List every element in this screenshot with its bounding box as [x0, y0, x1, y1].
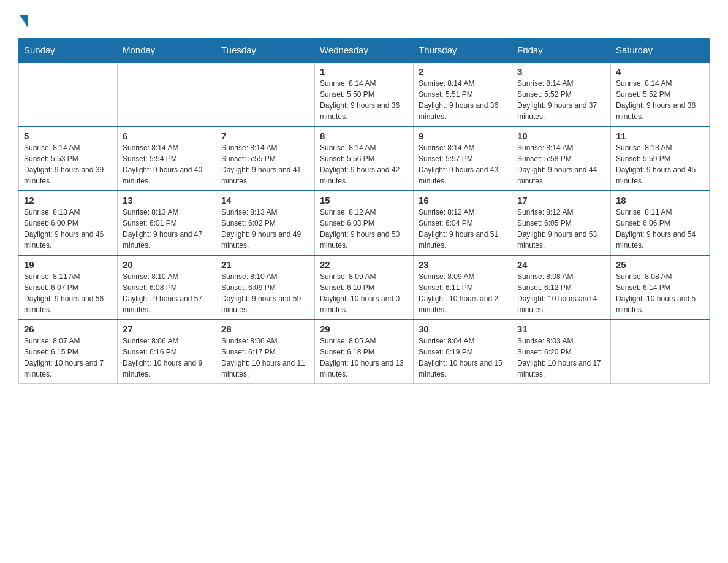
day-number: 6 — [123, 131, 211, 141]
day-info: Sunrise: 8:13 AM Sunset: 6:00 PM Dayligh… — [24, 207, 112, 251]
day-info: Sunrise: 8:10 AM Sunset: 6:08 PM Dayligh… — [123, 271, 211, 315]
table-row: 29Sunrise: 8:05 AM Sunset: 6:18 PM Dayli… — [315, 320, 414, 384]
day-info: Sunrise: 8:10 AM Sunset: 6:09 PM Dayligh… — [221, 271, 309, 315]
table-row: 6Sunrise: 8:14 AM Sunset: 5:54 PM Daylig… — [118, 126, 216, 191]
day-number: 25 — [616, 259, 704, 270]
logo-triangle-icon — [20, 15, 28, 28]
table-row: 9Sunrise: 8:14 AM Sunset: 5:57 PM Daylig… — [414, 126, 512, 191]
table-row — [611, 320, 710, 384]
day-info: Sunrise: 8:09 AM Sunset: 6:11 PM Dayligh… — [419, 271, 507, 315]
table-row — [118, 62, 216, 126]
day-info: Sunrise: 8:09 AM Sunset: 6:10 PM Dayligh… — [320, 271, 408, 315]
table-row — [19, 62, 118, 126]
table-row: 8Sunrise: 8:14 AM Sunset: 5:56 PM Daylig… — [315, 126, 414, 191]
table-row: 4Sunrise: 8:14 AM Sunset: 5:52 PM Daylig… — [611, 62, 710, 126]
table-row: 20Sunrise: 8:10 AM Sunset: 6:08 PM Dayli… — [118, 255, 216, 320]
day-number: 15 — [320, 195, 408, 205]
table-row: 3Sunrise: 8:14 AM Sunset: 5:52 PM Daylig… — [512, 62, 611, 126]
table-row: 28Sunrise: 8:06 AM Sunset: 6:17 PM Dayli… — [216, 320, 315, 384]
day-number: 8 — [320, 131, 408, 141]
day-number: 13 — [123, 195, 211, 205]
table-row: 1Sunrise: 8:14 AM Sunset: 5:50 PM Daylig… — [315, 62, 414, 126]
table-row — [216, 62, 315, 126]
day-number: 4 — [616, 66, 704, 77]
day-number: 12 — [24, 195, 112, 205]
day-info: Sunrise: 8:14 AM Sunset: 5:53 PM Dayligh… — [24, 142, 112, 186]
day-info: Sunrise: 8:14 AM Sunset: 5:54 PM Dayligh… — [123, 142, 211, 186]
col-monday: Monday — [118, 39, 216, 63]
table-row: 23Sunrise: 8:09 AM Sunset: 6:11 PM Dayli… — [414, 255, 512, 320]
table-row: 16Sunrise: 8:12 AM Sunset: 6:04 PM Dayli… — [414, 191, 512, 255]
day-number: 16 — [419, 195, 507, 205]
day-number: 2 — [419, 66, 507, 77]
day-info: Sunrise: 8:04 AM Sunset: 6:19 PM Dayligh… — [419, 335, 507, 380]
table-row: 13Sunrise: 8:13 AM Sunset: 6:01 PM Dayli… — [118, 191, 216, 255]
day-number: 19 — [24, 259, 112, 270]
calendar-header-row: Sunday Monday Tuesday Wednesday Thursday… — [19, 39, 710, 63]
day-info: Sunrise: 8:14 AM Sunset: 5:51 PM Dayligh… — [419, 78, 507, 122]
day-info: Sunrise: 8:07 AM Sunset: 6:15 PM Dayligh… — [24, 335, 112, 380]
calendar-table: Sunday Monday Tuesday Wednesday Thursday… — [18, 38, 710, 384]
table-row: 25Sunrise: 8:08 AM Sunset: 6:14 PM Dayli… — [611, 255, 710, 320]
table-row: 19Sunrise: 8:11 AM Sunset: 6:07 PM Dayli… — [19, 255, 118, 320]
day-info: Sunrise: 8:08 AM Sunset: 6:12 PM Dayligh… — [517, 271, 605, 315]
table-row: 26Sunrise: 8:07 AM Sunset: 6:15 PM Dayli… — [19, 320, 118, 384]
day-number: 28 — [221, 324, 309, 334]
day-number: 27 — [123, 324, 211, 334]
day-number: 22 — [320, 259, 408, 270]
day-info: Sunrise: 8:12 AM Sunset: 6:03 PM Dayligh… — [320, 207, 408, 251]
day-info: Sunrise: 8:12 AM Sunset: 6:05 PM Dayligh… — [517, 207, 605, 251]
day-number: 23 — [419, 259, 507, 270]
table-row: 27Sunrise: 8:06 AM Sunset: 6:16 PM Dayli… — [118, 320, 216, 384]
col-sunday: Sunday — [19, 39, 118, 63]
day-info: Sunrise: 8:06 AM Sunset: 6:17 PM Dayligh… — [221, 335, 309, 380]
day-number: 14 — [221, 195, 309, 205]
day-number: 17 — [517, 195, 605, 205]
table-row: 7Sunrise: 8:14 AM Sunset: 5:55 PM Daylig… — [216, 126, 315, 191]
day-number: 24 — [517, 259, 605, 270]
day-number: 26 — [24, 324, 112, 334]
day-number: 18 — [616, 195, 704, 205]
day-info: Sunrise: 8:13 AM Sunset: 6:01 PM Dayligh… — [123, 207, 211, 251]
day-info: Sunrise: 8:03 AM Sunset: 6:20 PM Dayligh… — [517, 335, 605, 380]
day-number: 7 — [221, 131, 309, 141]
table-row: 30Sunrise: 8:04 AM Sunset: 6:19 PM Dayli… — [414, 320, 512, 384]
col-tuesday: Tuesday — [216, 39, 315, 63]
day-info: Sunrise: 8:14 AM Sunset: 5:58 PM Dayligh… — [517, 142, 605, 186]
day-info: Sunrise: 8:14 AM Sunset: 5:50 PM Dayligh… — [320, 78, 408, 122]
day-number: 11 — [616, 131, 704, 141]
table-row: 14Sunrise: 8:13 AM Sunset: 6:02 PM Dayli… — [216, 191, 315, 255]
col-wednesday: Wednesday — [315, 39, 414, 63]
calendar-week-row: 1Sunrise: 8:14 AM Sunset: 5:50 PM Daylig… — [19, 62, 710, 126]
table-row: 31Sunrise: 8:03 AM Sunset: 6:20 PM Dayli… — [512, 320, 611, 384]
day-info: Sunrise: 8:05 AM Sunset: 6:18 PM Dayligh… — [320, 335, 408, 380]
day-number: 3 — [517, 66, 605, 77]
table-row: 5Sunrise: 8:14 AM Sunset: 5:53 PM Daylig… — [19, 126, 118, 191]
day-number: 30 — [419, 324, 507, 334]
calendar-week-row: 5Sunrise: 8:14 AM Sunset: 5:53 PM Daylig… — [19, 126, 710, 191]
table-row: 24Sunrise: 8:08 AM Sunset: 6:12 PM Dayli… — [512, 255, 611, 320]
day-info: Sunrise: 8:13 AM Sunset: 6:02 PM Dayligh… — [221, 207, 309, 251]
calendar-week-row: 26Sunrise: 8:07 AM Sunset: 6:15 PM Dayli… — [19, 320, 710, 384]
table-row: 18Sunrise: 8:11 AM Sunset: 6:06 PM Dayli… — [611, 191, 710, 255]
day-info: Sunrise: 8:08 AM Sunset: 6:14 PM Dayligh… — [616, 271, 704, 315]
table-row: 22Sunrise: 8:09 AM Sunset: 6:10 PM Dayli… — [315, 255, 414, 320]
day-info: Sunrise: 8:13 AM Sunset: 5:59 PM Dayligh… — [616, 142, 704, 186]
day-info: Sunrise: 8:06 AM Sunset: 6:16 PM Dayligh… — [123, 335, 211, 380]
day-info: Sunrise: 8:14 AM Sunset: 5:52 PM Dayligh… — [616, 78, 704, 122]
col-friday: Friday — [512, 39, 611, 63]
table-row: 12Sunrise: 8:13 AM Sunset: 6:00 PM Dayli… — [19, 191, 118, 255]
table-row: 17Sunrise: 8:12 AM Sunset: 6:05 PM Dayli… — [512, 191, 611, 255]
calendar-week-row: 12Sunrise: 8:13 AM Sunset: 6:00 PM Dayli… — [19, 191, 710, 255]
day-info: Sunrise: 8:11 AM Sunset: 6:07 PM Dayligh… — [24, 271, 112, 315]
day-info: Sunrise: 8:14 AM Sunset: 5:55 PM Dayligh… — [221, 142, 309, 186]
col-saturday: Saturday — [611, 39, 710, 63]
day-number: 29 — [320, 324, 408, 334]
calendar-week-row: 19Sunrise: 8:11 AM Sunset: 6:07 PM Dayli… — [19, 255, 710, 320]
table-row: 11Sunrise: 8:13 AM Sunset: 5:59 PM Dayli… — [611, 126, 710, 191]
col-thursday: Thursday — [414, 39, 512, 63]
table-row: 10Sunrise: 8:14 AM Sunset: 5:58 PM Dayli… — [512, 126, 611, 191]
day-number: 20 — [123, 259, 211, 270]
day-info: Sunrise: 8:12 AM Sunset: 6:04 PM Dayligh… — [419, 207, 507, 251]
table-row: 2Sunrise: 8:14 AM Sunset: 5:51 PM Daylig… — [414, 62, 512, 126]
